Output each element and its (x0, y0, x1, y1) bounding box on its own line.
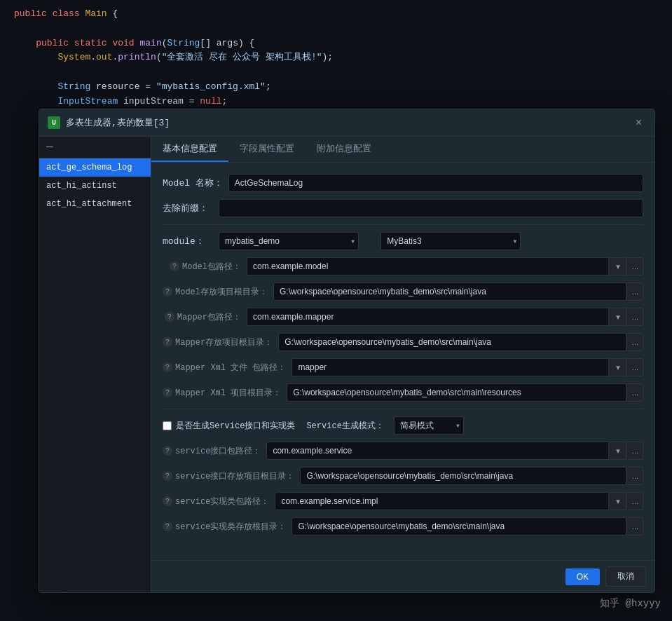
framework-select[interactable]: MyBatis3 (380, 232, 521, 250)
service-generate-text: 是否生成Service接口和实现类 (176, 420, 295, 432)
mapper-package-browse-btn[interactable]: ... (628, 308, 643, 326)
model-root-browse-btn[interactable]: ... (628, 282, 643, 301)
service-impl-root-label: ? service实现类存放根目录： (163, 521, 292, 533)
service-impl-package-row: ? service实现类包路径： ▼ ... (163, 492, 643, 510)
remove-prefix-input[interactable] (219, 199, 643, 217)
mapper-root-input-group: ... (278, 333, 643, 351)
service-impl-package-label: ? service实现类包路径： (163, 496, 275, 507)
mapper-xml-root-row: ? Mapper Xml 项目根目录： ... (163, 383, 643, 402)
model-package-help-icon[interactable]: ? (170, 261, 179, 271)
service-package-help-icon[interactable]: ? (163, 446, 172, 456)
mapper-package-input[interactable] (247, 308, 609, 326)
table-item-2[interactable]: act_hi_actinst (39, 177, 151, 195)
mapper-xml-root-input[interactable] (287, 383, 626, 402)
remove-prefix-label: 去除前缀： (163, 202, 219, 214)
dialog-title-left: U 多表生成器,表的数量[3] (48, 116, 170, 129)
watermark: 知乎 @hxyyy (600, 597, 661, 610)
mapper-package-label: ? Mapper包路径： (163, 311, 247, 323)
model-root-help-icon[interactable]: ? (163, 287, 172, 296)
code-line-6: String resource = "mybatis_config.xml"; (14, 80, 658, 95)
main-dialog: U 多表生成器,表的数量[3] × — act_ge_schema_log ac… (39, 109, 655, 593)
service-root-input[interactable] (300, 467, 626, 485)
ok-button[interactable]: OK (565, 568, 600, 585)
service-package-row: ? service接口包路径： ▼ ... (163, 442, 643, 460)
module-select[interactable]: mybatis_demo (219, 232, 359, 250)
service-impl-root-input-group: ... (292, 517, 643, 535)
service-generate-label[interactable]: 是否生成Service接口和实现类 (163, 420, 295, 432)
model-package-browse-btn[interactable]: ... (628, 257, 643, 275)
tabs-bar: 基本信息配置 字段属性配置 附加信息配置 (151, 137, 654, 163)
service-package-dropdown-btn[interactable]: ▼ (610, 442, 626, 460)
service-impl-root-input[interactable] (292, 517, 626, 535)
mapper-package-input-group: ▼ ... (247, 308, 643, 326)
mapper-root-input[interactable] (278, 333, 626, 351)
table-item-1[interactable]: act_ge_schema_log (39, 158, 151, 177)
mapper-xml-root-input-group: ... (287, 383, 643, 402)
mapper-xml-root-browse-btn[interactable]: ... (628, 383, 643, 402)
dialog-icon: U (48, 116, 60, 129)
service-package-input[interactable] (266, 442, 609, 460)
framework-select-wrapper: MyBatis3 (380, 232, 521, 250)
service-package-browse-btn[interactable]: ... (628, 442, 643, 460)
service-generate-checkbox[interactable] (163, 421, 172, 430)
service-impl-root-browse-btn[interactable]: ... (628, 517, 643, 535)
mapper-root-label: ? Mapper存放项目根目录： (163, 336, 278, 348)
model-package-label: ? Model包路径： (163, 261, 247, 273)
mapper-xml-root-help-icon[interactable]: ? (163, 388, 172, 397)
remove-prefix-row: 去除前缀： (163, 199, 643, 217)
module-label: module： (163, 235, 219, 247)
mapper-xml-root-label: ? Mapper Xml 项目根目录： (163, 387, 287, 399)
tab-field-config[interactable]: 字段属性配置 (228, 137, 306, 162)
table-list-minus-button[interactable]: — (39, 137, 151, 158)
service-root-help-icon[interactable]: ? (163, 471, 172, 481)
model-root-input[interactable] (273, 282, 626, 301)
tab-basic-config[interactable]: 基本信息配置 (151, 137, 228, 162)
mapper-xml-package-row: ? Mapper Xml 文件 包路径： ▼ ... (163, 358, 643, 376)
config-panel: 基本信息配置 字段属性配置 附加信息配置 Model 名称： 去除前缀： (151, 137, 654, 592)
cancel-button[interactable]: 取消 (605, 566, 646, 587)
mapper-root-browse-btn[interactable]: ... (628, 333, 643, 351)
mapper-root-help-icon[interactable]: ? (163, 337, 172, 347)
close-button[interactable]: × (631, 115, 646, 130)
tab-extra-config[interactable]: 附加信息配置 (306, 137, 383, 162)
mapper-package-help-icon[interactable]: ? (165, 312, 174, 322)
code-line-5 (14, 65, 658, 80)
mapper-xml-package-label: ? Mapper Xml 文件 包路径： (163, 362, 292, 374)
mapper-package-row: ? Mapper包路径： ▼ ... (163, 308, 643, 326)
dialog-title: 多表生成器,表的数量[3] (66, 116, 170, 129)
model-name-label: Model 名称： (163, 177, 228, 189)
mapper-xml-package-help-icon[interactable]: ? (163, 362, 172, 372)
module-row: module： mybatis_demo MyBatis3 (163, 232, 643, 250)
service-impl-root-row: ? service实现类存放根目录： ... (163, 517, 643, 535)
service-impl-input[interactable] (275, 492, 609, 510)
mapper-xml-package-input[interactable] (292, 358, 609, 376)
table-list-panel: — act_ge_schema_log act_hi_actinst act_h… (39, 137, 151, 592)
mapper-root-row: ? Mapper存放项目根目录： ... (163, 333, 643, 351)
module-select-wrapper: mybatis_demo (219, 232, 359, 250)
mapper-xml-package-browse-btn[interactable]: ... (628, 358, 643, 376)
mapper-package-dropdown-btn[interactable]: ▼ (610, 308, 626, 326)
code-line-7: InputStream inputStream = null; (14, 95, 658, 109)
service-impl-help-icon[interactable]: ? (163, 496, 172, 506)
service-root-browse-btn[interactable]: ... (628, 467, 643, 485)
model-name-row: Model 名称： (163, 174, 643, 192)
watermark-text: 知乎 @hxyyy (600, 598, 661, 609)
model-root-input-group: ... (273, 282, 643, 301)
form-area: Model 名称： 去除前缀： module： mybatis_demo (151, 163, 654, 560)
model-name-input[interactable] (228, 174, 643, 192)
table-item-3[interactable]: act_hi_attachment (39, 195, 151, 213)
service-impl-root-help-icon[interactable]: ? (163, 521, 172, 531)
service-impl-dropdown-btn[interactable]: ▼ (610, 492, 626, 510)
model-package-row: ? Model包路径： ▼ ... (163, 257, 643, 275)
code-line-1: public class Main { (14, 7, 658, 22)
code-line-4: System.out.println("全套激活 尽在 公众号 架构工具栈!")… (14, 50, 658, 65)
mapper-xml-package-dropdown-btn[interactable]: ▼ (610, 358, 626, 376)
model-package-input[interactable] (247, 257, 609, 275)
model-package-input-group: ▼ ... (247, 257, 643, 275)
model-package-dropdown-btn[interactable]: ▼ (610, 257, 626, 275)
service-mode-select[interactable]: 简易模式标准模式 (394, 416, 464, 435)
service-impl-input-group: ▼ ... (275, 492, 643, 510)
dialog-titlebar: U 多表生成器,表的数量[3] × (39, 109, 654, 137)
service-impl-browse-btn[interactable]: ... (628, 492, 643, 510)
code-line-3: public static void main(String[] args) { (14, 36, 658, 51)
